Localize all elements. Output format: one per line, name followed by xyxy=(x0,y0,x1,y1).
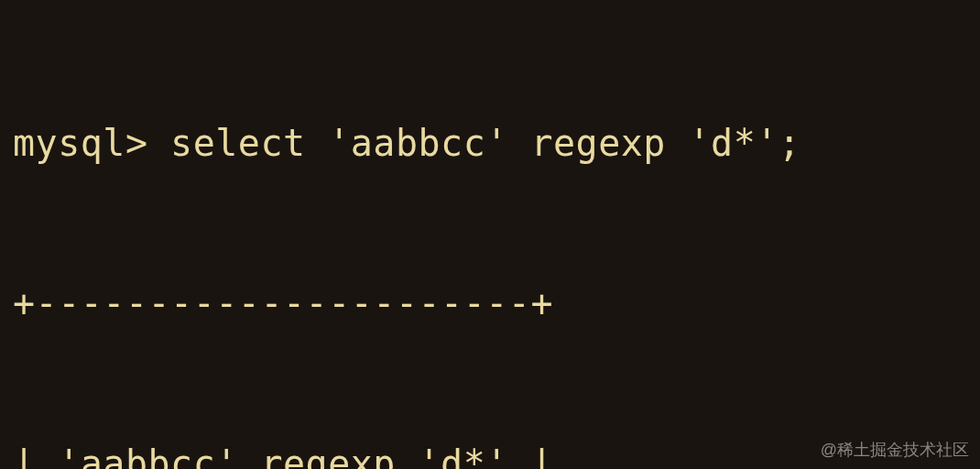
mysql-prompt: mysql> xyxy=(13,122,170,164)
command-line[interactable]: mysql> select 'aabbcc' regexp 'd*'; xyxy=(13,116,967,169)
sql-command: select 'aabbcc' regexp 'd*'; xyxy=(170,122,800,164)
table-border-top: +----------------------+ xyxy=(13,277,967,330)
watermark-text: @稀土掘金技术社区 xyxy=(821,438,969,462)
mysql-terminal-output: mysql> select 'aabbcc' regexp 'd*'; +---… xyxy=(13,9,967,469)
